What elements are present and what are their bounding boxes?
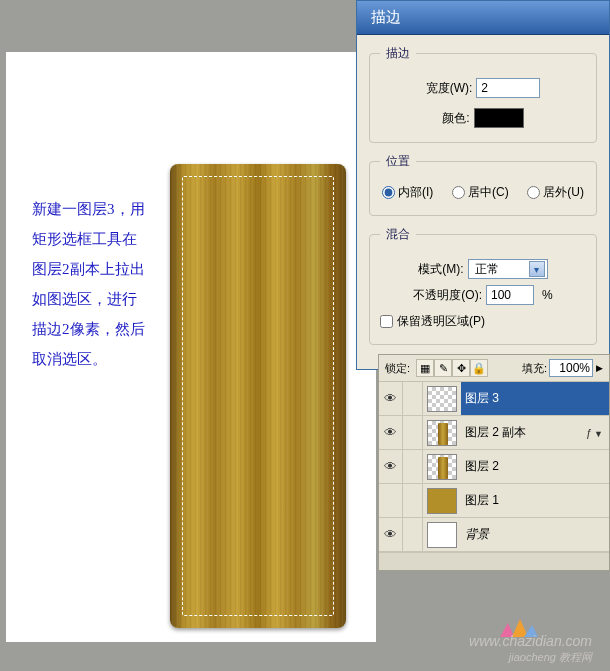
percent-label: % — [542, 288, 553, 302]
canvas[interactable]: 新建一图层3，用 矩形选框工具在 图层2副本上拉出 如图选区，进行 描边2像素，… — [6, 52, 376, 642]
visibility-icon[interactable]: 👁 — [379, 450, 403, 483]
opacity-label: 不透明度(O): — [413, 287, 482, 304]
layer-row[interactable]: 图层 1 — [379, 484, 609, 518]
layers-panel: 锁定: ▦ ✎ ✥ 🔒 填充: ▶ 👁 图层 3 👁 — [378, 354, 610, 571]
dialog-title[interactable]: 描边 — [357, 1, 609, 35]
chevron-down-icon: ▾ — [529, 261, 545, 277]
layer-thumbnail[interactable] — [427, 522, 457, 548]
color-label: 颜色: — [442, 110, 469, 127]
fill-input[interactable] — [549, 359, 593, 377]
link-cell[interactable] — [403, 518, 423, 551]
fill-arrow-icon[interactable]: ▶ — [596, 363, 603, 373]
layer-row[interactable]: 👁 图层 2 副本 ƒ▼ — [379, 416, 609, 450]
instruction-text: 新建一图层3，用 矩形选框工具在 图层2副本上拉出 如图选区，进行 描边2像素，… — [32, 194, 172, 374]
layer-thumbnail[interactable] — [427, 454, 457, 480]
pos-outside-radio[interactable]: 居外(U) — [527, 184, 584, 201]
layers-toolbar: 锁定: ▦ ✎ ✥ 🔒 填充: ▶ — [379, 355, 609, 382]
lock-image-icon[interactable]: ✎ — [434, 359, 452, 377]
visibility-icon[interactable]: 👁 — [379, 382, 403, 415]
lock-all-icon[interactable]: 🔒 — [470, 359, 488, 377]
color-swatch[interactable] — [474, 108, 524, 128]
link-cell[interactable] — [403, 450, 423, 483]
layer-label[interactable]: 背景 — [461, 518, 609, 551]
layer-row[interactable]: 👁 背景 — [379, 518, 609, 552]
wood-panel — [170, 164, 346, 628]
selection-marquee — [182, 176, 334, 616]
layer-label[interactable]: 图层 2 — [461, 450, 609, 483]
link-cell[interactable] — [403, 484, 423, 517]
layer-label[interactable]: 图层 1 — [461, 484, 609, 517]
fill-label: 填充: — [522, 361, 547, 376]
lock-transparency-icon[interactable]: ▦ — [416, 359, 434, 377]
position-legend: 位置 — [380, 153, 416, 170]
preserve-transparency-checkbox[interactable]: 保留透明区域(P) — [380, 313, 586, 330]
blend-group: 混合 模式(M): 正常 ▾ 不透明度(O): % 保留透明区域(P) — [369, 226, 597, 345]
link-cell[interactable] — [403, 416, 423, 449]
layer-row[interactable]: 👁 图层 2 — [379, 450, 609, 484]
blend-legend: 混合 — [380, 226, 416, 243]
link-cell[interactable] — [403, 382, 423, 415]
lock-label: 锁定: — [385, 361, 410, 376]
width-label: 宽度(W): — [426, 80, 473, 97]
stroke-dialog: 描边 描边 宽度(W): 颜色: 位置 内部(I) 居中(C) 居外(U) — [356, 0, 610, 370]
lock-position-icon[interactable]: ✥ — [452, 359, 470, 377]
visibility-icon[interactable]: 👁 — [379, 518, 403, 551]
stroke-group: 描边 宽度(W): 颜色: — [369, 45, 597, 143]
layer-label[interactable]: 图层 3 — [461, 382, 609, 415]
width-input[interactable] — [476, 78, 540, 98]
workspace: 新建一图层3，用 矩形选框工具在 图层2副本上拉出 如图选区，进行 描边2像素，… — [0, 0, 610, 671]
pos-inside-radio[interactable]: 内部(I) — [382, 184, 433, 201]
pos-center-radio[interactable]: 居中(C) — [452, 184, 509, 201]
layer-row[interactable]: 👁 图层 3 — [379, 382, 609, 416]
position-group: 位置 内部(I) 居中(C) 居外(U) — [369, 153, 597, 216]
layer-list: 👁 图层 3 👁 图层 2 副本 ƒ▼ 👁 图层 2 — [379, 382, 609, 552]
layer-thumbnail[interactable] — [427, 420, 457, 446]
mode-select[interactable]: 正常 ▾ — [468, 259, 548, 279]
layer-thumbnail[interactable] — [427, 488, 457, 514]
layer-thumbnail[interactable] — [427, 386, 457, 412]
mode-label: 模式(M): — [418, 261, 463, 278]
layer-label[interactable]: 图层 2 副本 — [461, 416, 586, 449]
visibility-icon[interactable] — [379, 484, 403, 517]
visibility-icon[interactable]: 👁 — [379, 416, 403, 449]
layers-footer — [379, 552, 609, 570]
opacity-input[interactable] — [486, 285, 534, 305]
watermark-text: www.chazidian.com jiaocheng 教程网 — [469, 633, 592, 665]
fx-badge[interactable]: ƒ▼ — [586, 427, 603, 439]
stroke-legend: 描边 — [380, 45, 416, 62]
